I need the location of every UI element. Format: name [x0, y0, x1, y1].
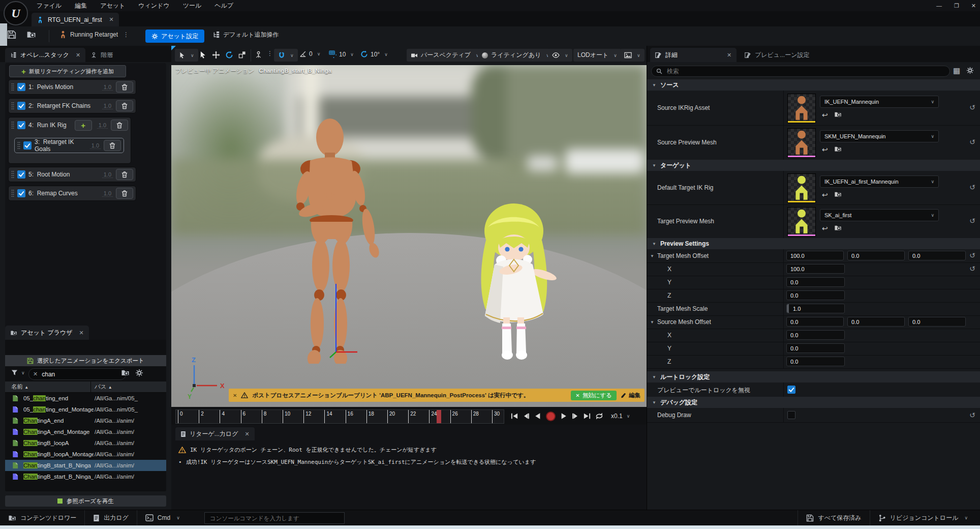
tab-preview-scene-settings[interactable]: プレビュ...ーン設定	[740, 48, 814, 62]
close-button[interactable]: ✕	[971, 3, 976, 9]
playback-speed-dropdown[interactable]: x0.1∨	[611, 413, 630, 420]
expander-icon[interactable]: ▼	[650, 254, 654, 258]
target-girl-character[interactable]	[456, 199, 573, 362]
section-source[interactable]: ▼ソース	[647, 79, 980, 91]
use-selected-icon[interactable]: ↩	[822, 111, 828, 119]
section-root-lock[interactable]: ▼ルートロック設定	[647, 371, 980, 383]
add-retarget-op-button[interactable]: + 新規リターゲティング操作を追加	[9, 65, 126, 77]
section-target[interactable]: ▼ターゲット	[647, 160, 980, 171]
reset-to-default-icon[interactable]: ↺	[969, 103, 975, 111]
browse-to-asset-icon[interactable]	[834, 111, 842, 118]
menu-asset[interactable]: アセット	[100, 2, 125, 10]
delete-op-button[interactable]	[104, 140, 121, 151]
use-selected-icon[interactable]: ↩	[822, 191, 828, 199]
content-drawer-button[interactable]: コンテンツドロワー	[0, 510, 85, 525]
op-item-remap-curves[interactable]: 6: Remap Curves 1.0	[8, 186, 136, 201]
step-back-button[interactable]	[523, 413, 530, 420]
offset-y-field[interactable]: 0.0	[847, 317, 905, 327]
op-enabled-checkbox[interactable]	[17, 83, 25, 91]
column-path[interactable]: パス ▲	[95, 383, 112, 391]
play-reference-pose-button[interactable]: 参照ポーズを再生	[5, 495, 166, 507]
rotate-tool-button[interactable]	[225, 51, 233, 59]
tab-hierarchy[interactable]: 階層	[85, 48, 118, 62]
console-command-input[interactable]	[209, 515, 333, 522]
asset-row[interactable]: 05_chanting_end_Montage/All/Ga...nim/05_	[5, 404, 166, 415]
asset-row[interactable]: ChantingA_end/All/Ga...i/anim/	[5, 415, 166, 426]
tab-retarget-log[interactable]: リターゲ...力ログ ✕	[175, 427, 255, 440]
reset-to-default-icon[interactable]: ↺	[969, 411, 975, 419]
menu-file[interactable]: ファイル	[37, 2, 62, 10]
grid-snap-control[interactable]: 10∨	[329, 50, 354, 58]
reset-to-default-icon[interactable]: ↺	[969, 217, 975, 225]
asset-settings-gear-button[interactable]	[135, 369, 143, 377]
ignore-root-lock-checkbox[interactable]	[787, 386, 795, 394]
coordinate-space-button[interactable]	[255, 51, 262, 58]
offset-x-field[interactable]: 100.0	[786, 251, 844, 260]
edit-postprocess-button[interactable]: 編集	[621, 392, 640, 399]
asset-row[interactable]: 05_chanting_end/All/Ga...nim/05_	[5, 393, 166, 404]
tab-close-icon[interactable]: ✕	[244, 431, 249, 437]
op-enabled-checkbox[interactable]	[17, 102, 25, 110]
output-log-button[interactable]: 出力ログ	[85, 510, 137, 525]
expander-icon[interactable]: ▼	[650, 320, 654, 325]
record-button[interactable]	[546, 412, 556, 421]
scale-tool-button[interactable]	[238, 51, 246, 58]
more-tools-icon[interactable]: ⋮	[267, 50, 273, 57]
reset-to-default-icon[interactable]: ↺	[969, 183, 975, 191]
z-field[interactable]: 0.0	[786, 357, 845, 366]
y-field[interactable]: 0.0	[786, 343, 845, 353]
source-mesh-dropdown[interactable]: SKM_UEFN_Mannequin∨	[820, 130, 939, 142]
show-flags-dropdown[interactable]: ∨	[548, 49, 572, 62]
tab-close-icon[interactable]: ✕	[109, 16, 113, 23]
x-field[interactable]: 0.0	[786, 330, 845, 340]
target-mesh-thumbnail[interactable]	[787, 207, 816, 237]
loop-button[interactable]	[595, 412, 603, 420]
go-to-end-button[interactable]	[584, 413, 591, 420]
restore-button[interactable]: ❐	[954, 3, 959, 9]
angle-snap-control[interactable]: 0∨	[299, 50, 320, 57]
drag-handle-icon[interactable]	[11, 189, 14, 197]
export-animations-button[interactable]: 選択したアニメーションをエクスポート	[5, 355, 166, 366]
target-mesh-dropdown[interactable]: SK_ai_first∨	[820, 209, 939, 221]
delete-op-button[interactable]	[116, 81, 133, 93]
folder-filter-button[interactable]	[121, 369, 130, 377]
step-forward-button[interactable]	[572, 413, 579, 420]
tab-close-icon[interactable]: ✕	[79, 330, 84, 336]
offset-z-field[interactable]: 0.0	[908, 317, 966, 327]
target-ikrig-dropdown[interactable]: IK_UEFN_ai_first_Mannequin∨	[820, 175, 939, 188]
tab-details[interactable]: 詳細 ✕	[650, 48, 737, 62]
op-item-root-motion[interactable]: 5: Root Motion 1.0	[8, 167, 136, 182]
save-button[interactable]	[7, 30, 16, 39]
delete-op-button[interactable]	[116, 169, 133, 180]
asset-row[interactable]: ChantingB_start_B_Ninga/All/Ga...i/anim/	[5, 460, 166, 471]
offset-x-field[interactable]: 0.0	[786, 317, 844, 327]
asset-row[interactable]: ChantingB_loopA/All/Ga...i/anim/	[5, 437, 166, 449]
details-search-input[interactable]	[666, 67, 922, 75]
browse-to-asset-icon[interactable]	[834, 191, 842, 198]
op-item-retarget-fk-chains[interactable]: 2: Retarget FK Chains 1.0	[8, 98, 136, 113]
op-weight-field[interactable]: 1.0	[102, 171, 113, 178]
transform-gizmo[interactable]	[324, 283, 364, 364]
tab-rtg-uefn-ai-first[interactable]: RTG_UEFN_ai_first ✕	[32, 13, 119, 26]
tab-close-icon[interactable]: ✕	[76, 52, 80, 58]
op-weight-field[interactable]: 1.0	[90, 142, 101, 149]
asset-settings-button[interactable]: アセット設定	[145, 30, 204, 43]
timeline-ruler[interactable]: 024681012141618202224262830	[175, 409, 504, 424]
op-item-run-ik-rig[interactable]: 4: Run IK Rig + 1.0	[9, 117, 131, 133]
x-field[interactable]: 100.0	[786, 264, 845, 274]
clear-search-icon[interactable]: ✕	[33, 371, 38, 377]
tool-select-dropdown[interactable]: ∨	[175, 49, 198, 62]
go-to-start-button[interactable]	[511, 413, 518, 420]
asset-row[interactable]: ChantingB_start_B_Ninga_Mor/All/Ga...i/a…	[5, 471, 166, 482]
add-child-op-button[interactable]: +	[75, 120, 92, 131]
delete-op-button[interactable]	[111, 120, 128, 131]
menu-window[interactable]: ウィンドウ	[138, 2, 169, 10]
display-mode-button[interactable]: ▦	[953, 66, 960, 75]
running-retarget-button[interactable]: Running Retarget ⋮	[59, 31, 130, 39]
asset-search-input[interactable]	[41, 370, 99, 378]
offset-z-field[interactable]: 0.0	[908, 251, 966, 260]
debug-draw-checkbox[interactable]	[787, 411, 795, 419]
op-weight-field[interactable]: 1.0	[102, 190, 113, 197]
menu-edit[interactable]: 編集	[75, 2, 87, 10]
asset-search-box[interactable]: ✕	[28, 368, 126, 380]
